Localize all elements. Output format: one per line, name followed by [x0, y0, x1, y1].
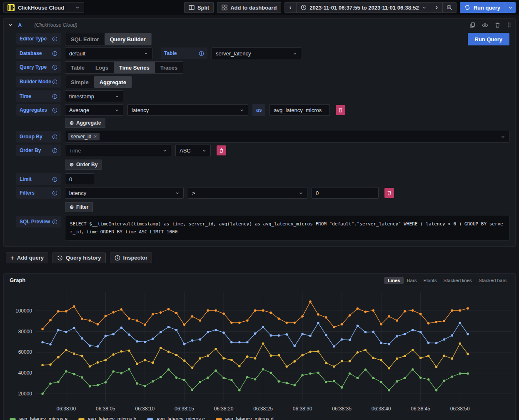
- time-column-select[interactable]: timestamp: [65, 90, 123, 102]
- sql-preview-label: SQL Preview: [16, 216, 61, 228]
- time-label: Time: [16, 90, 61, 102]
- trash-icon: [219, 148, 224, 153]
- legend-item[interactable]: avg_latency_micros a: [10, 416, 67, 420]
- split-button[interactable]: Split: [184, 2, 214, 13]
- info-icon[interactable]: [52, 177, 57, 182]
- run-query-label: Run query: [474, 5, 500, 11]
- datasource-picker[interactable]: ClickHouse Cloud: [3, 2, 84, 13]
- group-by-multiselect[interactable]: server_id ×: [65, 131, 509, 142]
- graph-style-lines[interactable]: Lines: [384, 277, 404, 284]
- info-icon[interactable]: [52, 108, 57, 113]
- query-type-table[interactable]: Table: [65, 62, 90, 73]
- inspector-button[interactable]: Inspector: [110, 252, 152, 263]
- info-icon[interactable]: [52, 36, 57, 42]
- add-to-dashboard-button[interactable]: Add to dashboard: [217, 2, 281, 13]
- aggregate-alias-input[interactable]: avg_latency_micros: [269, 104, 330, 116]
- filter-operator-select[interactable]: >: [188, 187, 307, 199]
- limit-label: Limit: [16, 173, 61, 185]
- legend-item[interactable]: avg_latency_micros c: [147, 416, 205, 420]
- svg-text:60000: 60000: [18, 349, 32, 355]
- limit-input[interactable]: 0: [65, 173, 94, 185]
- info-icon[interactable]: [52, 134, 57, 140]
- editor-type-sql-editor[interactable]: SQL Editor: [65, 33, 105, 45]
- query-editor-panel: A (ClickHouse Cloud) Editor Type: [3, 18, 516, 247]
- group-by-label: Group By: [16, 131, 61, 142]
- datasource-name: ClickHouse Cloud: [18, 5, 64, 11]
- table-select[interactable]: server_latency: [212, 48, 301, 59]
- filter-value-input[interactable]: 0: [312, 187, 379, 199]
- time-shift-back-button[interactable]: [284, 2, 297, 13]
- info-icon[interactable]: [52, 190, 57, 196]
- builder-mode-simple[interactable]: Simple: [65, 76, 94, 88]
- panel-run-query-button[interactable]: Run Query: [468, 33, 509, 45]
- svg-text:80000: 80000: [18, 328, 32, 334]
- split-label: Split: [197, 5, 209, 11]
- query-type-logs[interactable]: Logs: [90, 62, 114, 73]
- time-range-button[interactable]: 2023-11-01 06:37:55 to 2023-11-01 06:38:…: [296, 2, 431, 13]
- time-shift-forward-button[interactable]: [431, 2, 443, 13]
- graph-style-stacked-bars[interactable]: Stacked bars: [475, 277, 510, 284]
- filter-column-select[interactable]: latency: [65, 187, 184, 199]
- chevron-down-icon: [75, 5, 80, 10]
- svg-text:06:38:45: 06:38:45: [411, 406, 430, 412]
- timeseries-chart[interactable]: 2000040000600008000010000006:38:0006:38:…: [4, 285, 515, 413]
- svg-text:06:38:35: 06:38:35: [332, 406, 352, 412]
- query-type-time-series[interactable]: Time Series: [114, 62, 155, 73]
- remove-tag-icon[interactable]: ×: [94, 134, 97, 140]
- graph-panel-title: Graph: [10, 277, 25, 283]
- remove-order-by-button[interactable]: [217, 145, 226, 155]
- time-range-text: 2023-11-01 06:37:55 to 2023-11-01 06:38:…: [309, 5, 419, 11]
- run-query-button[interactable]: Run query: [460, 2, 505, 13]
- info-icon[interactable]: [52, 79, 57, 85]
- dashboard-grid-icon: [222, 5, 227, 10]
- info-icon[interactable]: [52, 219, 57, 225]
- query-ref-id[interactable]: A: [18, 22, 22, 28]
- add-query-button[interactable]: + Add query: [6, 252, 48, 263]
- duplicate-query-icon[interactable]: [469, 22, 475, 28]
- remove-filter-button[interactable]: [384, 188, 394, 198]
- run-query-dropdown-button[interactable]: [505, 2, 516, 13]
- builder-mode-aggregate[interactable]: Aggregate: [94, 76, 132, 88]
- order-by-column-select[interactable]: Time: [65, 145, 171, 156]
- graph-style-points[interactable]: Points: [420, 277, 440, 284]
- query-type-switch: Table Logs Time Series Traces: [65, 61, 183, 74]
- query-type-traces[interactable]: Traces: [155, 62, 183, 73]
- plus-icon: +: [10, 255, 14, 261]
- drag-handle-icon[interactable]: [507, 22, 511, 28]
- aggregate-column-select[interactable]: latency: [127, 104, 248, 116]
- chevron-down-icon: [292, 51, 297, 56]
- zoom-out-button[interactable]: [442, 2, 457, 13]
- filters-label: Filters: [16, 187, 61, 199]
- info-icon[interactable]: [52, 51, 57, 56]
- graph-style-bars[interactable]: Bars: [404, 277, 420, 284]
- info-icon[interactable]: [52, 148, 57, 153]
- legend-item[interactable]: avg_latency_micros d: [216, 416, 274, 420]
- plus-circle-icon: ⊕: [70, 162, 74, 168]
- chevron-down-icon: [240, 108, 244, 112]
- query-history-button[interactable]: Query history: [52, 252, 106, 263]
- aggregate-function-select[interactable]: Average: [65, 104, 123, 116]
- run-query-split-button: Run query: [460, 2, 516, 13]
- collapse-chevron-icon[interactable]: [8, 22, 13, 28]
- time-picker: 2023-11-01 06:37:55 to 2023-11-01 06:38:…: [284, 2, 456, 13]
- info-icon[interactable]: [52, 94, 57, 99]
- info-icon[interactable]: [199, 51, 204, 56]
- add-filter-button[interactable]: ⊕ Filter: [65, 202, 93, 212]
- order-by-direction-select[interactable]: ASC: [175, 145, 211, 156]
- add-aggregate-button[interactable]: ⊕ Aggregate: [65, 118, 105, 128]
- plus-circle-icon: ⊕: [70, 120, 74, 126]
- hide-query-eye-icon[interactable]: [482, 22, 488, 28]
- graph-style-stacked-lines[interactable]: Stacked lines: [440, 277, 475, 284]
- remove-aggregate-button[interactable]: [336, 105, 345, 115]
- add-order-by-button[interactable]: ⊕ Order By: [65, 160, 102, 170]
- database-label: Database: [16, 48, 61, 59]
- as-badge: as: [252, 104, 265, 116]
- legend-item[interactable]: avg_latency_micros b: [78, 416, 136, 420]
- info-icon[interactable]: [52, 65, 57, 70]
- query-type-label: Query Type: [16, 61, 61, 73]
- chevron-down-icon: [422, 5, 427, 10]
- editor-type-query-builder[interactable]: Query Builder: [105, 33, 151, 45]
- database-select[interactable]: default: [65, 48, 152, 59]
- editor-type-switch: SQL Editor Query Builder: [65, 33, 152, 45]
- delete-query-icon[interactable]: [495, 22, 500, 28]
